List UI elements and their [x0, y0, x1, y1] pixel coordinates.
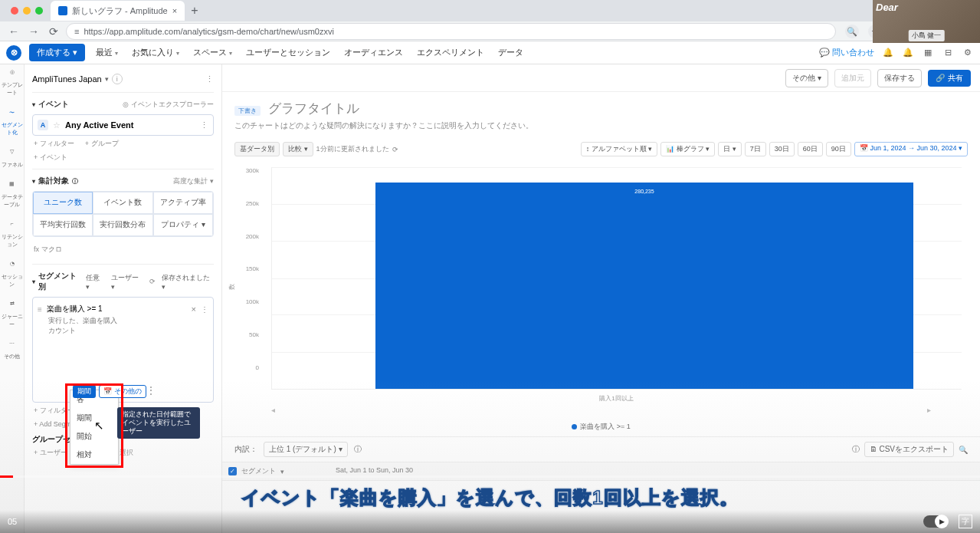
- add-filter-link[interactable]: + フィルター: [32, 136, 76, 152]
- table-info-icon[interactable]: ⓘ: [852, 444, 860, 455]
- search-icon[interactable]: 🔍: [845, 25, 859, 38]
- amplitude-logo-icon[interactable]: ⊗: [6, 45, 21, 61]
- bar-segment-1[interactable]: 280,235: [375, 183, 913, 389]
- autoplay-toggle[interactable]: ▶: [923, 515, 948, 528]
- metric-unique[interactable]: ユニーク数: [33, 192, 93, 214]
- checkbox-all[interactable]: ✓: [228, 467, 237, 475]
- nav-rail: ◎テンプレート 〜セグメント化 ▽ファネル ▦データテーブル ⌐リテンション ◔…: [0, 64, 25, 533]
- nav-experiment[interactable]: エクスペリメント: [414, 47, 487, 58]
- info-icon[interactable]: i: [112, 74, 123, 84]
- range-7[interactable]: 7日: [745, 142, 766, 156]
- range-30[interactable]: 30日: [769, 142, 795, 156]
- new-tab-button[interactable]: +: [185, 4, 204, 18]
- nav-users[interactable]: ユーザーとセッション: [243, 47, 333, 58]
- window-controls[interactable]: [3, 7, 51, 15]
- nav-data[interactable]: データ: [495, 47, 526, 58]
- lock-icon: ≡: [74, 27, 79, 36]
- view-toggle[interactable]: 基ダータ別: [234, 142, 280, 156]
- seg-saved[interactable]: 保存されました ▾: [162, 273, 214, 291]
- notif-icon[interactable]: 🔔: [882, 47, 894, 59]
- back-button[interactable]: ←: [6, 25, 21, 38]
- save-button[interactable]: 保存する: [877, 69, 922, 87]
- tooltip: 指定された日付範囲でイベントを実行したユーザー: [117, 407, 200, 439]
- contact-link[interactable]: 💬 問い合わせ: [819, 47, 874, 58]
- segment-box: ≡ 楽曲を購入 >= 1 × ⋮ 実行した、楽曲を購入 カウント 期間 📅 その…: [32, 297, 214, 403]
- video-progress[interactable]: [0, 475, 980, 478]
- seg-user[interactable]: ユーザー ▾: [111, 273, 143, 291]
- nav-recent[interactable]: 最近 ▾: [93, 47, 121, 58]
- rail-table[interactable]: ▦データテーブル: [0, 181, 24, 209]
- project-selector[interactable]: AmpliTunes Japan▾ i ⋮: [32, 71, 214, 92]
- help-icon[interactable]: ⊟: [942, 47, 954, 59]
- gear-icon[interactable]: ⚙: [962, 47, 974, 59]
- page-prev[interactable]: ◂: [271, 406, 275, 414]
- metric-avg[interactable]: 平均実行回数: [33, 214, 93, 236]
- range-90[interactable]: 90日: [826, 142, 851, 156]
- event-a-row[interactable]: A☆ Any Active Event ⋮: [32, 114, 214, 136]
- breakdown-select[interactable]: 上位 1 (デフォルト) ▾: [264, 442, 348, 457]
- refresh-icon[interactable]: ⟳: [392, 146, 398, 153]
- page-next[interactable]: ▸: [927, 406, 931, 414]
- seg-any[interactable]: 任意 ▾: [86, 273, 105, 291]
- nav-audience[interactable]: オーディエンス: [341, 47, 406, 58]
- rail-retention[interactable]: ⌐リテンション: [0, 221, 24, 248]
- range-60[interactable]: 60日: [798, 142, 823, 156]
- rail-journey[interactable]: ⇄ジャーニー: [0, 301, 24, 328]
- breakdown-info-icon[interactable]: ⓘ: [354, 444, 362, 455]
- chart-description[interactable]: このチャートはどのような疑問の解決になりますか？ここに説明を入力してください。: [234, 120, 968, 131]
- share-button[interactable]: 🔗 共有: [928, 70, 971, 87]
- sort-button[interactable]: ↕ アルファベット順 ▾: [581, 142, 658, 156]
- metric-events[interactable]: イベント数: [93, 192, 152, 214]
- close-tab-icon[interactable]: ×: [172, 6, 177, 15]
- presenter-name: 小島 健一: [909, 30, 945, 41]
- other-pill[interactable]: 📅 その他の: [99, 385, 146, 398]
- config-sidebar: AmpliTunes Japan▾ i ⋮ ▾イベント ◎ イベントエクスプロー…: [25, 64, 222, 533]
- rail-session[interactable]: ◔セッション: [0, 261, 24, 288]
- nav-fav[interactable]: お気に入り ▾: [129, 47, 182, 58]
- metric-dist[interactable]: 実行回数分布: [93, 214, 152, 236]
- chart-type-button[interactable]: 📊 棒グラフ ▾: [660, 142, 715, 156]
- rail-segment[interactable]: 〜セグメント化: [0, 109, 24, 137]
- brand-text: Dear: [876, 2, 898, 13]
- add-event-link[interactable]: + イベント: [32, 150, 69, 164]
- forward-button[interactable]: →: [26, 25, 41, 38]
- event-explorer-link[interactable]: ◎ イベントエクスプローラー: [123, 100, 214, 110]
- add-group-link[interactable]: + グループ: [84, 136, 120, 152]
- more-icon[interactable]: ⋮: [205, 74, 214, 84]
- tab-title: 新しいグラフ - Amplitude: [72, 5, 168, 17]
- bell-icon[interactable]: 🔔: [902, 47, 914, 59]
- export-button[interactable]: 🗎 CSVをエクスポート: [864, 442, 954, 457]
- metric-active[interactable]: アクティブ率: [153, 192, 213, 214]
- advanced-link[interactable]: 高度な集計 ▾: [173, 176, 214, 186]
- metric-prop[interactable]: プロパティ ▾: [153, 214, 213, 236]
- cc-icon[interactable]: 字: [959, 515, 972, 528]
- browser-tab[interactable]: 新しいグラフ - Amplitude ×: [51, 1, 185, 21]
- grid-icon[interactable]: ▦: [922, 47, 934, 59]
- period-pill[interactable]: 期間: [73, 385, 96, 398]
- url-text: https://app.amplitude.com/analytics/gsm-…: [84, 27, 333, 36]
- other-button[interactable]: その他 ▾: [785, 69, 828, 87]
- chart-title-input[interactable]: グラフタイトル: [268, 101, 359, 116]
- chart-toolbar: 基ダータ別 比較 ▾ 1分前に更新されました ⟳ ↕ アルファベット順 ▾ 📊 …: [222, 139, 980, 160]
- rail-other[interactable]: ⋯その他: [4, 341, 20, 360]
- nav-space[interactable]: スペース ▾: [190, 47, 235, 58]
- reload-button[interactable]: ⟳: [46, 25, 61, 38]
- group-user-link[interactable]: + ユーザー: [32, 445, 69, 461]
- search-table-icon[interactable]: 🔍: [959, 446, 968, 454]
- dd-relative[interactable]: 相対: [70, 446, 118, 464]
- remove-seg-icon[interactable]: ×: [192, 304, 196, 314]
- macro-link[interactable]: fx マクロ: [32, 242, 214, 258]
- url-input[interactable]: ≡ https://app.amplitude.com/analytics/gs…: [66, 23, 836, 40]
- compare-button[interactable]: 比較 ▾: [283, 142, 313, 156]
- chart-plot[interactable]: 280,235: [271, 167, 962, 390]
- pill-more-icon[interactable]: ⋮: [146, 385, 156, 396]
- chart-area: 数 300k 250k 200k 150k 100k 50k 0 280,235: [222, 160, 980, 417]
- presenter-webcam: Dear 小島 健一: [873, 0, 980, 43]
- browser-chrome: 新しいグラフ - Amplitude × + ← → ⟳ ≡ https://a…: [0, 0, 980, 41]
- create-button[interactable]: 作成する ▾: [29, 44, 85, 61]
- day-button[interactable]: 日 ▾: [718, 142, 742, 156]
- date-range-button[interactable]: 📅 Jun 1, 2024 → Jun 30, 2024 ▾: [854, 142, 968, 156]
- rail-funnel[interactable]: ▽ファネル: [2, 149, 23, 169]
- rail-template[interactable]: ◎テンプレート: [0, 69, 24, 97]
- video-controls: 05 ▶ 字: [0, 510, 980, 533]
